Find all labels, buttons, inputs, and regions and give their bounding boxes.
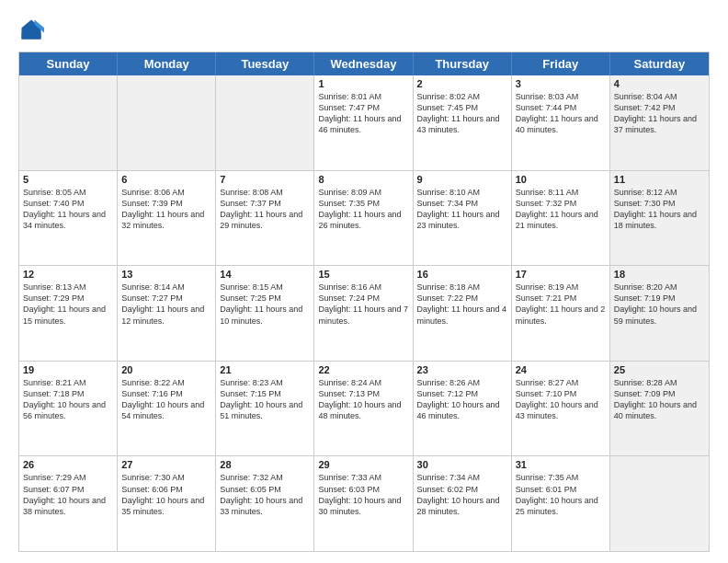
day-number: 20 xyxy=(121,364,211,375)
cal-day-19: 19Sunrise: 8:21 AM Sunset: 7:18 PM Dayli… xyxy=(19,362,118,456)
day-info: Sunrise: 8:12 AM Sunset: 7:30 PM Dayligh… xyxy=(614,187,705,232)
cal-day-29: 29Sunrise: 7:33 AM Sunset: 6:03 PM Dayli… xyxy=(314,456,413,551)
day-number: 28 xyxy=(220,459,310,470)
day-number: 7 xyxy=(220,174,310,185)
cal-day-6: 6Sunrise: 8:06 AM Sunset: 7:39 PM Daylig… xyxy=(118,171,216,266)
cal-day-20: 20Sunrise: 8:22 AM Sunset: 7:16 PM Dayli… xyxy=(118,362,216,456)
day-info: Sunrise: 8:16 AM Sunset: 7:24 PM Dayligh… xyxy=(318,282,408,327)
day-info: Sunrise: 7:34 AM Sunset: 6:02 PM Dayligh… xyxy=(417,472,507,517)
day-info: Sunrise: 8:01 AM Sunset: 7:47 PM Dayligh… xyxy=(318,91,408,136)
cal-day-15: 15Sunrise: 8:16 AM Sunset: 7:24 PM Dayli… xyxy=(314,266,413,361)
day-number: 14 xyxy=(220,269,310,280)
cal-day-4: 4Sunrise: 8:04 AM Sunset: 7:42 PM Daylig… xyxy=(610,75,709,170)
cal-day-30: 30Sunrise: 7:34 AM Sunset: 6:02 PM Dayli… xyxy=(414,456,512,551)
day-number: 2 xyxy=(417,78,507,89)
day-number: 26 xyxy=(23,459,113,470)
cal-day-17: 17Sunrise: 8:19 AM Sunset: 7:21 PM Dayli… xyxy=(512,266,610,361)
day-info: Sunrise: 7:30 AM Sunset: 6:06 PM Dayligh… xyxy=(121,472,211,517)
day-number: 27 xyxy=(121,459,211,470)
day-number: 6 xyxy=(121,174,211,185)
day-number: 12 xyxy=(23,269,113,280)
cal-day-18: 18Sunrise: 8:20 AM Sunset: 7:19 PM Dayli… xyxy=(610,266,709,361)
day-number: 10 xyxy=(516,174,606,185)
day-info: Sunrise: 8:22 AM Sunset: 7:16 PM Dayligh… xyxy=(121,377,211,422)
day-info: Sunrise: 7:35 AM Sunset: 6:01 PM Dayligh… xyxy=(516,472,606,517)
cal-empty-0-2 xyxy=(216,75,314,170)
cal-day-28: 28Sunrise: 7:32 AM Sunset: 6:05 PM Dayli… xyxy=(216,456,314,551)
cal-header-wednesday: Wednesday xyxy=(314,52,413,75)
day-number: 4 xyxy=(614,78,705,89)
page: SundayMondayTuesdayWednesdayThursdayFrid… xyxy=(0,0,728,563)
day-info: Sunrise: 7:32 AM Sunset: 6:05 PM Dayligh… xyxy=(220,472,310,517)
cal-day-27: 27Sunrise: 7:30 AM Sunset: 6:06 PM Dayli… xyxy=(118,456,216,551)
day-info: Sunrise: 7:29 AM Sunset: 6:07 PM Dayligh… xyxy=(23,472,113,517)
cal-day-7: 7Sunrise: 8:08 AM Sunset: 7:37 PM Daylig… xyxy=(216,171,314,266)
cal-day-14: 14Sunrise: 8:15 AM Sunset: 7:25 PM Dayli… xyxy=(216,266,314,361)
day-info: Sunrise: 7:33 AM Sunset: 6:03 PM Dayligh… xyxy=(318,472,408,517)
day-info: Sunrise: 8:13 AM Sunset: 7:29 PM Dayligh… xyxy=(23,282,113,327)
cal-day-11: 11Sunrise: 8:12 AM Sunset: 7:30 PM Dayli… xyxy=(610,171,709,266)
day-number: 9 xyxy=(417,174,507,185)
cal-day-9: 9Sunrise: 8:10 AM Sunset: 7:34 PM Daylig… xyxy=(414,171,512,266)
day-info: Sunrise: 8:02 AM Sunset: 7:45 PM Dayligh… xyxy=(417,91,507,136)
day-number: 29 xyxy=(318,459,408,470)
cal-day-22: 22Sunrise: 8:24 AM Sunset: 7:13 PM Dayli… xyxy=(314,362,413,456)
cal-day-13: 13Sunrise: 8:14 AM Sunset: 7:27 PM Dayli… xyxy=(118,266,216,361)
day-number: 13 xyxy=(121,269,211,280)
cal-week-1: 1Sunrise: 8:01 AM Sunset: 7:47 PM Daylig… xyxy=(19,75,709,170)
day-info: Sunrise: 8:11 AM Sunset: 7:32 PM Dayligh… xyxy=(516,187,606,232)
day-info: Sunrise: 8:03 AM Sunset: 7:44 PM Dayligh… xyxy=(516,91,606,136)
day-number: 18 xyxy=(614,269,705,280)
cal-day-5: 5Sunrise: 8:05 AM Sunset: 7:40 PM Daylig… xyxy=(19,171,118,266)
day-number: 23 xyxy=(417,364,507,375)
cal-day-8: 8Sunrise: 8:09 AM Sunset: 7:35 PM Daylig… xyxy=(314,171,413,266)
logo xyxy=(18,17,48,42)
day-info: Sunrise: 8:27 AM Sunset: 7:10 PM Dayligh… xyxy=(516,377,606,422)
cal-day-21: 21Sunrise: 8:23 AM Sunset: 7:15 PM Dayli… xyxy=(216,362,314,456)
cal-week-4: 19Sunrise: 8:21 AM Sunset: 7:18 PM Dayli… xyxy=(19,361,709,456)
svg-rect-2 xyxy=(22,33,41,40)
cal-day-16: 16Sunrise: 8:18 AM Sunset: 7:22 PM Dayli… xyxy=(414,266,512,361)
cal-empty-4-6 xyxy=(610,456,709,551)
day-number: 15 xyxy=(318,269,408,280)
day-info: Sunrise: 8:05 AM Sunset: 7:40 PM Dayligh… xyxy=(23,187,113,232)
cal-day-12: 12Sunrise: 8:13 AM Sunset: 7:29 PM Dayli… xyxy=(19,266,118,361)
day-number: 17 xyxy=(516,269,606,280)
cal-day-2: 2Sunrise: 8:02 AM Sunset: 7:45 PM Daylig… xyxy=(414,75,512,170)
cal-header-tuesday: Tuesday xyxy=(216,52,314,75)
cal-header-sunday: Sunday xyxy=(19,52,118,75)
day-number: 30 xyxy=(417,459,507,470)
day-info: Sunrise: 8:19 AM Sunset: 7:21 PM Dayligh… xyxy=(516,282,606,327)
day-info: Sunrise: 8:06 AM Sunset: 7:39 PM Dayligh… xyxy=(121,187,211,232)
cal-empty-0-0 xyxy=(19,75,118,170)
cal-week-5: 26Sunrise: 7:29 AM Sunset: 6:07 PM Dayli… xyxy=(19,455,709,551)
day-info: Sunrise: 8:21 AM Sunset: 7:18 PM Dayligh… xyxy=(23,377,113,422)
day-info: Sunrise: 8:26 AM Sunset: 7:12 PM Dayligh… xyxy=(417,377,507,422)
day-number: 11 xyxy=(614,174,705,185)
cal-day-25: 25Sunrise: 8:28 AM Sunset: 7:09 PM Dayli… xyxy=(610,362,709,456)
cal-day-23: 23Sunrise: 8:26 AM Sunset: 7:12 PM Dayli… xyxy=(414,362,512,456)
day-number: 19 xyxy=(23,364,113,375)
cal-header-saturday: Saturday xyxy=(610,52,709,75)
header xyxy=(18,17,710,42)
day-number: 8 xyxy=(318,174,408,185)
day-number: 3 xyxy=(516,78,606,89)
day-number: 24 xyxy=(516,364,606,375)
day-info: Sunrise: 8:10 AM Sunset: 7:34 PM Dayligh… xyxy=(417,187,507,232)
day-info: Sunrise: 8:24 AM Sunset: 7:13 PM Dayligh… xyxy=(318,377,408,422)
day-info: Sunrise: 8:28 AM Sunset: 7:09 PM Dayligh… xyxy=(614,377,705,422)
cal-day-26: 26Sunrise: 7:29 AM Sunset: 6:07 PM Dayli… xyxy=(19,456,118,551)
day-info: Sunrise: 8:09 AM Sunset: 7:35 PM Dayligh… xyxy=(318,187,408,232)
day-info: Sunrise: 8:20 AM Sunset: 7:19 PM Dayligh… xyxy=(614,282,705,327)
calendar-header-row: SundayMondayTuesdayWednesdayThursdayFrid… xyxy=(19,52,709,75)
calendar-body: 1Sunrise: 8:01 AM Sunset: 7:47 PM Daylig… xyxy=(19,75,709,551)
cal-week-2: 5Sunrise: 8:05 AM Sunset: 7:40 PM Daylig… xyxy=(19,170,709,266)
day-number: 5 xyxy=(23,174,113,185)
day-number: 22 xyxy=(318,364,408,375)
day-number: 21 xyxy=(220,364,310,375)
day-number: 25 xyxy=(614,364,705,375)
day-info: Sunrise: 8:23 AM Sunset: 7:15 PM Dayligh… xyxy=(220,377,310,422)
day-info: Sunrise: 8:15 AM Sunset: 7:25 PM Dayligh… xyxy=(220,282,310,327)
cal-header-monday: Monday xyxy=(118,52,216,75)
day-number: 1 xyxy=(318,78,408,89)
